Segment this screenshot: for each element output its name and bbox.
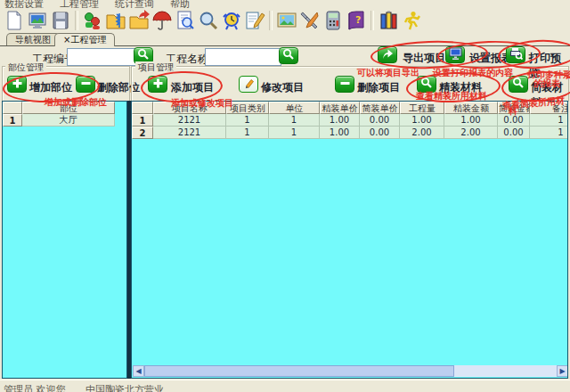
table-row: 1大厅: [3, 114, 115, 127]
table-cell[interactable]: 0.00: [360, 127, 400, 139]
accounts-icon[interactable]: [82, 10, 104, 32]
svg-text:?: ?: [355, 14, 361, 26]
search-document-icon[interactable]: [175, 10, 197, 32]
table-cell[interactable]: 1: [269, 114, 320, 127]
status-bar: 管理员 欢迎您 中国陶瓷北方营业: [0, 380, 570, 392]
search-icon: [282, 48, 295, 63]
toolbar-separator: [269, 11, 273, 30]
annotation-fine-hint: 查看精装所用材料: [416, 90, 487, 102]
horizontal-scrollbar[interactable]: ◀ ▶: [133, 365, 568, 377]
edit-project-label[interactable]: 修改项目: [261, 80, 304, 95]
annotation-export-hint: 可以将项目导出: [357, 67, 419, 79]
annotation-report-hint: 设置打印报表的内容: [433, 67, 513, 79]
part-table-panel: 部位1大厅: [2, 101, 127, 379]
row-header[interactable]: 1: [3, 114, 22, 127]
toolbar: ?: [0, 8, 570, 33]
table-cell[interactable]: 1: [530, 127, 568, 139]
table-cell[interactable]: 0.00: [498, 127, 530, 139]
table-row: 12121111.000.001.001.000.001: [132, 114, 568, 127]
status-company-text: 中国陶瓷北方营业: [86, 383, 164, 392]
table-cell[interactable]: 1.00: [320, 114, 360, 127]
minus-icon: [339, 78, 351, 92]
remove-project-button[interactable]: [335, 76, 354, 93]
table-cell[interactable]: 2121: [153, 127, 226, 139]
column-header[interactable]: 精装金额: [444, 102, 498, 114]
corner-cell: [3, 102, 22, 114]
project-name-search-button[interactable]: [279, 47, 298, 64]
scrollbar-thumb[interactable]: [144, 365, 454, 377]
annotation-simple-hint-line2: 料: [509, 105, 517, 118]
menu-item-project-management[interactable]: 工程管理: [60, 0, 99, 8]
tools-icon[interactable]: [299, 10, 322, 32]
save-icon[interactable]: [50, 10, 72, 32]
table-cell[interactable]: 1.00: [320, 127, 360, 139]
tab-project-management[interactable]: ×工程管理: [54, 33, 115, 46]
tab-navigation-view[interactable]: 导航视图: [6, 33, 60, 45]
edit-note-icon[interactable]: [244, 10, 266, 32]
column-header[interactable]: 精装单价: [320, 102, 360, 114]
magnifier-icon[interactable]: [198, 10, 220, 32]
table-cell[interactable]: 2121: [153, 114, 226, 127]
remove-project-label[interactable]: 删除项目: [357, 80, 400, 95]
project-code-input[interactable]: [67, 48, 136, 66]
column-header[interactable]: 简装单价: [360, 102, 400, 114]
calculator-icon[interactable]: [322, 10, 345, 32]
annotation-preview-hint-line2: 的报表: [533, 78, 560, 90]
table-row: 22121111.000.002.002.000.001: [132, 127, 568, 139]
table-cell[interactable]: 1: [530, 114, 568, 127]
edit-project-button[interactable]: [239, 76, 258, 93]
corner-cell: [132, 102, 153, 114]
table-cell[interactable]: 1: [226, 114, 269, 127]
column-header[interactable]: 单位: [269, 102, 320, 114]
table-cell[interactable]: 0.00: [360, 114, 400, 127]
status-user-text: 管理员 欢迎您: [4, 383, 66, 392]
user-running-icon[interactable]: [401, 10, 423, 32]
table-cell[interactable]: 1.00: [400, 114, 444, 127]
compressed-folder-icon[interactable]: [105, 10, 127, 32]
image-viewer-icon[interactable]: [27, 10, 49, 32]
scroll-right-icon[interactable]: ▶: [557, 365, 568, 377]
scroll-left-icon[interactable]: ◀: [133, 365, 144, 377]
table-cell[interactable]: 1: [226, 127, 269, 139]
new-document-icon[interactable]: [4, 10, 26, 32]
help-book-icon[interactable]: ?: [346, 10, 368, 32]
row-header[interactable]: 1: [132, 114, 153, 127]
battery-icon[interactable]: [378, 10, 400, 32]
umbrella-icon[interactable]: [151, 10, 174, 32]
app-window: 数据设置 工程管理 统计查询 帮助 ? 导航视图 ×工程管理 工程编: [0, 0, 570, 392]
export-folder-icon[interactable]: [128, 10, 151, 32]
project-name-input[interactable]: [205, 48, 281, 66]
pencil-icon: [243, 78, 255, 92]
table-cell[interactable]: 2.00: [444, 127, 498, 139]
menu-item-help[interactable]: 帮助: [170, 0, 190, 8]
menu-bar: 数据设置 工程管理 统计查询 帮助: [0, 0, 570, 8]
column-header[interactable]: 工程量: [400, 102, 444, 114]
picture-icon[interactable]: [276, 10, 298, 32]
table-cell[interactable]: 1: [269, 127, 320, 139]
row-header[interactable]: 2: [132, 127, 153, 139]
toolbar-separator: [75, 11, 78, 30]
annotation-project-hint: 添加或修改项目: [171, 97, 233, 110]
table-cell[interactable]: 1.00: [444, 114, 498, 127]
table-cell[interactable]: 大厅: [22, 114, 115, 127]
menu-item-statistics-query[interactable]: 统计查询: [115, 0, 154, 8]
project-table-panel: 项目名称项目类别单位精装单价简装单价工程量精装金额简装金额备注12121111.…: [131, 101, 568, 379]
table-cell[interactable]: 2.00: [400, 127, 444, 139]
annotation-part-hint: 增加或删除部位: [45, 96, 107, 109]
alarm-icon[interactable]: [221, 10, 243, 32]
toolbar-separator: [370, 11, 374, 30]
menu-item-data-settings[interactable]: 数据设置: [4, 0, 44, 8]
